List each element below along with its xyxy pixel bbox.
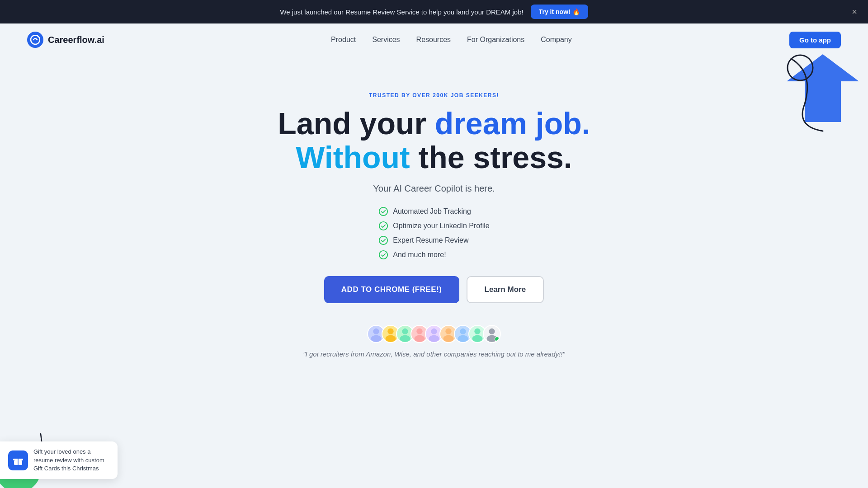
feature-text-4: And much more! [393,251,446,259]
hero-title-line1: Land your dream job. [278,106,590,141]
feature-item-2: Optimize your LinkedIn Profile [378,221,489,231]
logo-icon [27,32,43,48]
svg-point-22 [472,335,483,342]
trusted-suffix: JOB SEEKERS! [448,92,499,99]
hero-section: TRUSTED BY OVER 200K JOB SEEKERS! Land y… [0,56,868,376]
nav-item-company[interactable]: Company [541,36,571,44]
check-icon-3 [378,235,388,245]
feature-item-1: Automated Job Tracking [378,206,471,216]
gift-popup-text: Gift your loved ones a resume review wit… [33,448,109,473]
trusted-highlight: 200K [433,92,448,99]
feature-list: Automated Job Tracking Optimize your Lin… [378,206,489,260]
svg-point-16 [429,335,439,342]
svg-point-21 [474,328,480,334]
svg-point-15 [431,328,437,334]
gift-popup-icon [8,450,28,470]
logo-link[interactable]: Careerflow.ai [27,32,104,48]
logo-text: Careerflow.ai [48,35,104,45]
nav-links: Product Services Resources For Organizat… [132,36,771,44]
trusted-prefix: TRUSTED BY OVER [369,92,433,99]
go-to-app-button[interactable]: Go to app [789,32,841,48]
avatar-9 [483,325,501,343]
svg-point-13 [416,328,422,334]
svg-point-10 [386,335,396,342]
hero-buttons: ADD TO CHROME (FREE!) Learn More [324,276,544,303]
hero-title-normal2: the stress. [410,140,572,174]
nav-item-for-organizations[interactable]: For Organizations [467,36,524,44]
hero-title-normal1: Land your [278,106,435,141]
feature-text-3: Expert Resume Review [393,236,468,244]
banner-cta-button[interactable]: Try it now! 🔥 [531,5,588,19]
svg-point-0 [31,35,40,44]
svg-point-6 [379,250,387,258]
svg-point-20 [458,335,468,342]
svg-point-18 [443,335,454,342]
svg-point-23 [489,328,495,334]
hero-title-line2: Without the stress. [296,140,572,174]
announcement-banner: We just launched our Resume Review Servi… [0,0,868,23]
nav-item-product[interactable]: Product [331,36,356,44]
navbar: Careerflow.ai Product Services Resources… [0,23,868,56]
feature-item-3: Expert Resume Review [378,235,468,245]
svg-point-9 [387,328,393,334]
svg-point-3 [379,207,387,215]
check-icon-4 [378,250,388,260]
check-icon-1 [378,206,388,216]
svg-point-7 [373,328,379,334]
banner-close-button[interactable]: × [852,7,857,16]
avatars-row [367,325,501,343]
svg-point-17 [445,328,451,334]
svg-point-4 [379,221,387,230]
check-icon-2 [378,221,388,231]
nav-item-services[interactable]: Services [372,36,400,44]
feature-item-4: And much more! [378,250,446,260]
nav-item-resources[interactable]: Resources [416,36,451,44]
hero-title-blue: dream job. [435,106,590,141]
gift-card-popup[interactable]: Gift your loved ones a resume review wit… [0,441,118,479]
banner-text: We just launched our Resume Review Servi… [280,8,523,16]
feature-text-1: Automated Job Tracking [393,207,471,216]
hero-subtitle: Your AI Career Copilot is here. [373,183,495,194]
testimonial-text: "I got recruiters from Amazon, Wise, and… [303,350,565,358]
svg-point-11 [402,328,408,334]
learn-more-button[interactable]: Learn More [467,276,544,303]
svg-point-5 [379,236,387,244]
feature-text-2: Optimize your LinkedIn Profile [393,222,489,230]
hero-title-teal: Without [296,140,410,174]
svg-point-19 [460,328,466,334]
trusted-badge: TRUSTED BY OVER 200K JOB SEEKERS! [369,92,499,99]
svg-point-24 [487,335,497,342]
add-to-chrome-button[interactable]: ADD TO CHROME (FREE!) [324,276,459,303]
hero-title: Land your dream job. Without the stress. [278,107,590,174]
svg-point-8 [371,335,382,342]
svg-point-12 [400,335,410,342]
svg-point-14 [415,335,425,342]
